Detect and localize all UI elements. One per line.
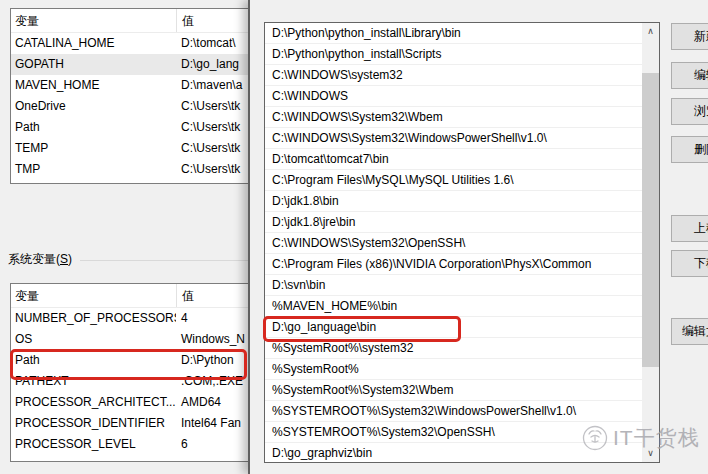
variable-value: D:\maven\a	[176, 75, 248, 96]
scrollbar[interactable]: ∧ ∨	[642, 23, 659, 462]
table-row[interactable]: OneDrive C:\Users\tk	[11, 96, 248, 117]
system-variables-table: 变量 值 NUMBER_OF_PROCESSORS 4 OS Windows_N…	[10, 283, 248, 462]
system-variables-table-body: NUMBER_OF_PROCESSORS 4 OS Windows_N Path…	[11, 308, 248, 455]
table-row[interactable]: Path D:\Python	[11, 350, 248, 371]
path-list-item[interactable]: C:\Program Files (x86)\NVIDIA Corporatio…	[265, 254, 642, 275]
variable-name: NUMBER_OF_PROCESSORS	[11, 308, 176, 329]
env-variables-dialog: 变量 值 CATALINA_HOME D:\tomcat\ GOPATH D:\…	[0, 0, 248, 474]
path-list-item[interactable]: C:\WINDOWS\System32\WindowsPowerShell\v1…	[265, 128, 642, 149]
variable-name: TMP	[11, 159, 176, 180]
table-row[interactable]: PROCESSOR_ARCHITECT... AMD64	[11, 392, 248, 413]
variable-value: C:\Users\tk	[176, 159, 248, 180]
path-list-item[interactable]: %SYSTEMROOT%\System32\WindowsPowerShell\…	[265, 401, 642, 422]
path-list-item[interactable]: C:\WINDOWS\system32	[265, 65, 642, 86]
scroll-down-icon[interactable]: ∨	[642, 445, 659, 462]
variable-name: PATHEXT	[11, 371, 176, 392]
variable-name: OS	[11, 329, 176, 350]
variable-name: PROCESSOR_LEVEL	[11, 434, 176, 455]
path-list-item[interactable]: C:\WINDOWS	[265, 86, 642, 107]
path-list-item[interactable]: %SystemRoot%	[265, 359, 642, 380]
variable-name: GOPATH	[11, 54, 176, 75]
table-row[interactable]: PROCESSOR_LEVEL 6	[11, 434, 248, 455]
variable-value: D:\Python	[176, 350, 248, 371]
path-list-item[interactable]: D:\svn\bin	[265, 275, 642, 296]
variable-name: MAVEN_HOME	[11, 75, 176, 96]
path-list-item[interactable]: %SystemRoot%\system32	[265, 338, 642, 359]
path-list-item[interactable]: D:\Python\python_install\Library\bin	[265, 23, 642, 44]
column-header-value[interactable]: 值	[176, 284, 248, 307]
variable-value: C:\Users\tk	[176, 96, 248, 117]
variable-value: C:\Users\tk	[176, 117, 248, 138]
table-row[interactable]: Path C:\Users\tk	[11, 117, 248, 138]
dialog-button[interactable]: 上移	[671, 215, 708, 242]
path-list-item[interactable]: C:\WINDOWS\System32\OpenSSH\	[265, 233, 642, 254]
variable-value: 4	[176, 308, 248, 329]
variable-value: Intel64 Fan	[176, 413, 248, 434]
variable-value: D:\tomcat\	[176, 33, 248, 54]
user-variables-table: 变量 值 CATALINA_HOME D:\tomcat\ GOPATH D:\…	[10, 8, 248, 184]
variable-name: PROCESSOR_ARCHITECT...	[11, 392, 176, 413]
variable-name: TEMP	[11, 138, 176, 159]
user-variables-table-body: CATALINA_HOME D:\tomcat\ GOPATH D:\go_la…	[11, 33, 248, 180]
variable-name: Path	[11, 350, 176, 371]
variable-name: OneDrive	[11, 96, 176, 117]
system-table-header: 变量 值	[11, 284, 248, 308]
path-list-box: D:\Python\python_install\Library\binD:\P…	[264, 22, 660, 463]
table-row[interactable]: PROCESSOR_IDENTIFIER Intel64 Fan	[11, 413, 248, 434]
dialog-button[interactable]: 浏览	[671, 98, 708, 125]
path-list-item[interactable]: D:\jdk1.8\jre\bin	[265, 212, 642, 233]
table-row[interactable]: GOPATH D:\go_lang	[11, 54, 248, 75]
scroll-up-icon[interactable]: ∧	[642, 23, 659, 40]
path-list-item[interactable]: D:\jdk1.8\bin	[265, 191, 642, 212]
path-list-item[interactable]: D:\go_language\bin	[265, 317, 642, 338]
group-divider-line	[80, 260, 248, 261]
dialog-button[interactable]: 编辑文本	[671, 318, 708, 345]
variable-value: C:\Users\tk	[176, 138, 248, 159]
path-list-item[interactable]: %SystemRoot%\System32\Wbem	[265, 380, 642, 401]
path-list-item[interactable]: C:\WINDOWS\System32\Wbem	[265, 107, 642, 128]
scrollbar-thumb[interactable]	[642, 73, 659, 367]
table-row[interactable]: TEMP C:\Users\tk	[11, 138, 248, 159]
path-list-item[interactable]: D:\tomcat\tomcat7\bin	[265, 149, 642, 170]
dialog-button[interactable]: 新建	[671, 23, 708, 50]
variable-name: Path	[11, 117, 176, 138]
table-row[interactable]: OS Windows_N	[11, 329, 248, 350]
dialog-button[interactable]: 删除	[671, 136, 708, 163]
path-list-item[interactable]: %MAVEN_HOME%\bin	[265, 296, 642, 317]
table-row[interactable]: NUMBER_OF_PROCESSORS 4	[11, 308, 248, 329]
column-header-value[interactable]: 值	[176, 9, 248, 32]
variable-value: AMD64	[176, 392, 248, 413]
edit-env-variable-dialog: D:\Python\python_install\Library\binD:\P…	[248, 0, 708, 474]
path-list-item[interactable]: %SYSTEMROOT%\System32\OpenSSH\	[265, 422, 642, 443]
column-header-variable[interactable]: 变量	[11, 9, 176, 32]
variable-name: CATALINA_HOME	[11, 33, 176, 54]
dialog-button-column: 新建编辑浏览删除上移下移编辑文本	[671, 0, 708, 474]
variable-value: Windows_N	[176, 329, 248, 350]
table-row[interactable]: TMP C:\Users\tk	[11, 159, 248, 180]
system-variables-label: 系统变量(S)	[8, 251, 72, 268]
column-header-variable[interactable]: 变量	[11, 284, 176, 307]
variable-value: D:\go_lang	[176, 54, 248, 75]
path-list-item[interactable]: D:\Python\python_install\Scripts	[265, 44, 642, 65]
table-row[interactable]: PATHEXT .COM;.EXE	[11, 371, 248, 392]
path-list-item[interactable]: C:\Program Files\MySQL\MySQL Utilities 1…	[265, 170, 642, 191]
variable-value: .COM;.EXE	[176, 371, 248, 392]
user-table-header: 变量 值	[11, 9, 248, 33]
variable-value: 6	[176, 434, 248, 455]
path-list-item[interactable]: D:\go_graphviz\bin	[265, 443, 642, 462]
table-row[interactable]: CATALINA_HOME D:\tomcat\	[11, 33, 248, 54]
table-row[interactable]: MAVEN_HOME D:\maven\a	[11, 75, 248, 96]
dialog-button[interactable]: 下移	[671, 250, 708, 277]
dialog-button[interactable]: 编辑	[671, 62, 708, 89]
variable-name: PROCESSOR_IDENTIFIER	[11, 413, 176, 434]
path-list-rows: D:\Python\python_install\Library\binD:\P…	[265, 23, 642, 462]
